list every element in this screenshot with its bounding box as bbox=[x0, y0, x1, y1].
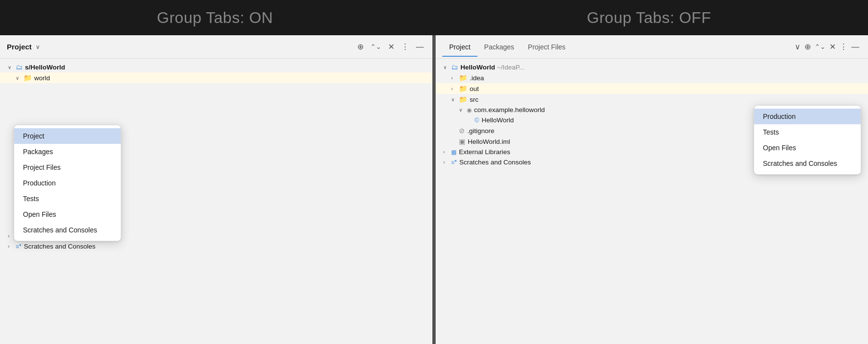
right-tab-bar: Project Packages Project Files ∨ ⊕ ⌃⌄ ✕ … bbox=[435, 35, 868, 59]
right-idea-row[interactable]: › 📁 .idea bbox=[435, 72, 868, 83]
right-dropdown-item-production[interactable]: Production bbox=[754, 109, 861, 124]
left-dropdown: Project Packages Project Files Productio… bbox=[14, 125, 121, 241]
left-dropdown-item-project[interactable]: Project bbox=[14, 128, 121, 144]
right-chevron-down-icon[interactable]: ∨ bbox=[793, 41, 803, 52]
group-tabs-off-label: Group Tabs: OFF bbox=[587, 9, 711, 27]
left-breadcrumb-row: ∨ 🗂 s/HelloWorld bbox=[0, 62, 433, 72]
left-dropdown-item-open-files[interactable]: Open Files bbox=[14, 206, 121, 222]
left-dropdown-item-project-files[interactable]: Project Files bbox=[14, 160, 121, 175]
right-close-icon[interactable]: ✕ bbox=[827, 41, 838, 52]
top-bar: Group Tabs: ON Group Tabs: OFF bbox=[0, 0, 868, 35]
right-dropdown: Production Tests Open Files Scratches an… bbox=[754, 105, 861, 175]
left-panel-header: Project ∨ ⊕ ⌃⌄ ✕ ⋮ — bbox=[0, 35, 433, 59]
left-panel: Project ∨ ⊕ ⌃⌄ ✕ ⋮ — ∨ 🗂 s/HelloWorld ∨ … bbox=[0, 35, 433, 344]
right-dropdown-item-scratches[interactable]: Scratches and Consoles bbox=[754, 156, 861, 171]
left-expand-icon[interactable]: ⌃⌄ bbox=[369, 42, 383, 51]
left-dropdown-item-production[interactable]: Production bbox=[14, 175, 121, 191]
left-tree-content: ∨ 🗂 s/HelloWorld ∨ 📁 world Project Packa… bbox=[0, 59, 433, 344]
left-panel-title-arrow[interactable]: ∨ bbox=[36, 44, 40, 50]
tab-project-files[interactable]: Project Files bbox=[521, 37, 572, 57]
left-helloworld-row[interactable]: ∨ 📁 world bbox=[0, 72, 433, 83]
left-scratches-and-consoles[interactable]: › ≡● Scratches and Consoles bbox=[0, 241, 433, 252]
left-dropdown-item-packages[interactable]: Packages bbox=[14, 144, 121, 160]
right-helloworld-row[interactable]: ∨ 🗂 HelloWorld ~/IdeaP... bbox=[435, 62, 868, 72]
panel-divider bbox=[434, 35, 434, 344]
tab-packages[interactable]: Packages bbox=[477, 37, 521, 57]
right-tree-content: ∨ 🗂 HelloWorld ~/IdeaP... › 📁 .idea › 📁 … bbox=[435, 59, 868, 344]
right-panel: Project Packages Project Files ∨ ⊕ ⌃⌄ ✕ … bbox=[435, 35, 868, 344]
right-dropdown-item-tests[interactable]: Tests bbox=[754, 124, 861, 140]
right-minimize-icon[interactable]: — bbox=[849, 42, 861, 52]
right-more-icon[interactable]: ⋮ bbox=[838, 41, 849, 52]
left-close-icon[interactable]: ✕ bbox=[386, 41, 396, 52]
group-tabs-on-label: Group Tabs: ON bbox=[157, 9, 273, 27]
left-dropdown-item-tests[interactable]: Tests bbox=[14, 191, 121, 206]
left-minimize-icon[interactable]: — bbox=[414, 42, 426, 52]
left-more-icon[interactable]: ⋮ bbox=[399, 41, 411, 52]
left-target-icon[interactable]: ⊕ bbox=[355, 41, 366, 52]
right-expand-icon[interactable]: ⌃⌄ bbox=[813, 42, 827, 51]
tab-project[interactable]: Project bbox=[442, 37, 477, 57]
right-src-row[interactable]: ∨ 📁 src bbox=[435, 94, 868, 105]
right-out-row[interactable]: › 📁 out bbox=[435, 83, 868, 94]
right-dropdown-item-open-files[interactable]: Open Files bbox=[754, 140, 861, 156]
left-panel-title: Project bbox=[7, 43, 32, 51]
right-target-icon[interactable]: ⊕ bbox=[803, 41, 813, 52]
panels-container: Project ∨ ⊕ ⌃⌄ ✕ ⋮ — ∨ 🗂 s/HelloWorld ∨ … bbox=[0, 35, 868, 344]
left-dropdown-item-scratches[interactable]: Scratches and Consoles bbox=[14, 222, 121, 238]
